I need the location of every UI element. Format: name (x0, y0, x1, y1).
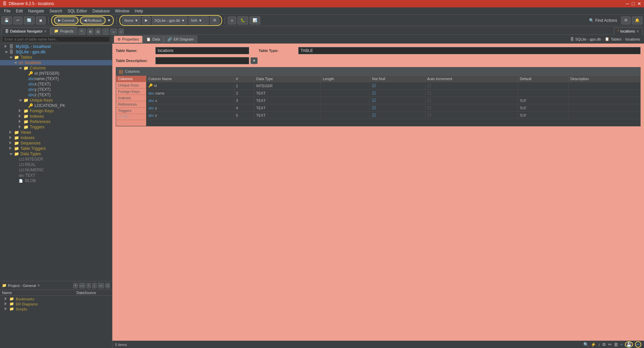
sort-icon[interactable]: ↕ (598, 342, 600, 347)
menu-search[interactable]: Search (47, 8, 65, 14)
menu-edit[interactable]: Edit (13, 8, 25, 14)
menu-window[interactable]: Window (112, 8, 132, 14)
proj-maximize-btn[interactable]: □ (105, 283, 110, 288)
proj-move-up-btn[interactable]: ↑ (87, 283, 91, 288)
nav-menu-btn[interactable]: ⋮ (102, 28, 109, 35)
proj-minimize-btn[interactable]: — (98, 283, 104, 288)
debug-btn[interactable]: 🐛 (237, 16, 248, 24)
menu-sqleditor[interactable]: SQL Editor (65, 8, 90, 14)
commit-button[interactable]: ▶ Commit (54, 16, 78, 24)
menu-help[interactable]: Help (132, 8, 146, 14)
proj-remove-btn[interactable]: — (79, 283, 85, 288)
tab-er[interactable]: 🔗 ER Diagram (164, 36, 197, 43)
maximize-button[interactable]: □ (632, 1, 635, 6)
tree-locations[interactable]: 🗃 locations (0, 60, 112, 65)
left-col-columns[interactable]: Columns (116, 76, 146, 82)
rollback-dropdown-arrow[interactable]: ▼ (107, 18, 111, 23)
tree-unique-keys[interactable]: 📁 Unique Keys (0, 98, 112, 103)
left-col-foreign[interactable]: Foreign Keys (116, 89, 146, 95)
config-icon[interactable]: ⚙ (602, 342, 606, 347)
tree-type-text[interactable]: abc TEXT (0, 173, 112, 178)
tab-db-navigator-close[interactable]: ✕ (44, 30, 47, 33)
tab-properties[interactable]: ⚙ Properties (114, 36, 143, 43)
left-col-ddl[interactable]: oT DDL (116, 114, 146, 120)
nav-filter-btn[interactable]: ⚙ (87, 28, 94, 35)
toolbar-stop-btn[interactable]: ⏹ (36, 16, 46, 24)
execute-btn[interactable]: ▶ (142, 16, 151, 24)
save-status-icon[interactable]: 💾 (625, 341, 633, 348)
nav-collapse-btn[interactable]: ⊟ (95, 28, 101, 35)
menu-file[interactable]: File (1, 8, 13, 14)
nav-maximize-btn[interactable]: □ (118, 28, 124, 35)
tree-tables[interactable]: 📁 Tables (0, 55, 112, 60)
tree-indexes[interactable]: 📁 Indexes (0, 114, 112, 119)
toolbar-revert-btn[interactable]: ↩ (13, 16, 22, 24)
tree-table-triggers[interactable]: 📁 Table Triggers (0, 146, 112, 151)
tree-col-y[interactable]: abc y (TEXT) (0, 87, 112, 92)
tree-triggers[interactable]: 📁 Triggers (0, 124, 112, 130)
tree-col-x[interactable]: abc x (TEXT) (0, 81, 112, 87)
tree-foreign-keys[interactable]: 📁 Foreign Keys (0, 108, 112, 114)
tree-col-id[interactable]: 🔑 id (INTEGER) (0, 71, 112, 76)
db-dropdown[interactable]: SQLite - gps.db ▼ (152, 16, 187, 24)
menu-navigate[interactable]: Navigate (25, 8, 47, 14)
tree-locations-pk[interactable]: 🔑 LOCATIONS_PK (0, 103, 112, 108)
transaction-dropdown[interactable]: None ▼ (122, 16, 141, 24)
tree-sequences[interactable]: 📁 Sequences (0, 140, 112, 146)
edit-icon[interactable]: ✏ (608, 342, 612, 347)
proj-add-btn[interactable]: + (73, 283, 78, 288)
menu-database[interactable]: Database (90, 8, 112, 14)
toolbar-refresh-btn[interactable]: 🔄 (24, 16, 35, 24)
revert-status-icon[interactable]: ↩ (635, 341, 641, 348)
tree-type-numeric[interactable]: 123 NUMERIC (0, 167, 112, 173)
tree-bookmarks[interactable]: 📁 Bookmarks (0, 296, 112, 301)
left-col-references[interactable]: References (116, 101, 146, 108)
tab-db-navigator[interactable]: 🗄 Database Navigator ✕ (1, 27, 50, 35)
minimize-button[interactable]: ─ (626, 1, 629, 6)
settings-btn[interactable]: ⚙ (621, 16, 631, 24)
notifications-btn[interactable]: 🔔 (632, 16, 643, 24)
tree-er-diagrams[interactable]: 📁 ER Diagrams (0, 301, 112, 306)
table-desc-input[interactable] (155, 57, 249, 64)
format-btn[interactable]: ≡ (228, 16, 236, 24)
tree-views[interactable]: 📁 Views (0, 130, 112, 135)
tree-type-blob[interactable]: 📄 BLOB (0, 178, 112, 183)
tab-locations[interactable]: * locations ✕ (614, 27, 643, 35)
nav-search-input[interactable] (2, 36, 110, 42)
tree-type-real[interactable]: 123 REAL (0, 162, 112, 167)
filter-icon[interactable]: ⚡ (591, 342, 596, 347)
tree-col-name[interactable]: abc name (TEXT) (0, 76, 112, 81)
nav-connect-btn[interactable]: 🔌 (78, 28, 86, 35)
left-col-unique[interactable]: Unique Keys (116, 82, 146, 89)
left-col-more[interactable]: ... ... (116, 120, 146, 126)
schema-dropdown[interactable]: N/A ▼ (189, 16, 209, 24)
nav-minimize-btn[interactable]: — (110, 28, 117, 35)
tab-projects[interactable]: 📁 Projects (50, 27, 77, 35)
tree-columns-folder[interactable]: 📁 Columns (0, 65, 112, 71)
find-actions-area[interactable]: 🔍 Find Actions ⚙ 🔔 (589, 16, 643, 24)
proj-move-down-btn[interactable]: ↓ (92, 283, 97, 288)
trash-icon[interactable]: 🗑 (614, 342, 618, 347)
tree-scripts[interactable]: 📁 Scripts (0, 306, 112, 311)
analyze-btn[interactable]: 📊 (250, 16, 260, 24)
tree-references[interactable]: 📁 References (0, 119, 112, 124)
sql-config-btn[interactable]: ⚙ (210, 16, 219, 24)
add-row-icon[interactable]: + (620, 342, 623, 347)
left-col-indexes[interactable]: Indexes (116, 95, 146, 101)
left-col-triggers[interactable]: Triggers (116, 108, 146, 114)
project-close-btn[interactable]: ✕ (37, 284, 40, 287)
search-status-icon[interactable]: 🔍 (583, 342, 589, 347)
toolbar-save-btn[interactable]: 💾 (1, 16, 12, 24)
tab-locations-close[interactable]: ✕ (636, 30, 639, 33)
tree-mysql[interactable]: 🗄 MySQL - localhost (0, 44, 112, 49)
tree-sqlite[interactable]: 🗄 SQLite - gps.db (0, 49, 112, 55)
tree-col-z[interactable]: abc z (TEXT) (0, 92, 112, 98)
close-button[interactable]: ✕ (637, 1, 641, 6)
table-name-input[interactable] (155, 47, 249, 54)
tree-data-types[interactable]: 📁 Data Types (0, 151, 112, 157)
table-type-input[interactable] (298, 47, 641, 54)
rollback-button[interactable]: ◀ Rollback (80, 16, 106, 24)
tree-indexes-top[interactable]: 📁 Indexes (0, 135, 112, 140)
tree-type-int[interactable]: 123 INTEGER (0, 157, 112, 162)
tab-data[interactable]: 📋 Data (143, 36, 164, 43)
